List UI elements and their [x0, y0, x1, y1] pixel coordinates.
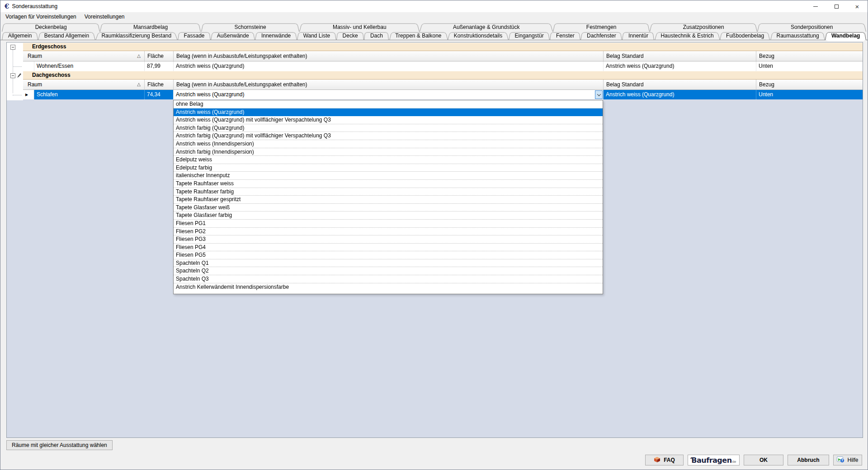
tab-konstruktionsdetails[interactable]: Konstruktionsdetails	[448, 32, 509, 40]
edit-pencil-icon	[17, 73, 21, 80]
cell-bezug[interactable]: Unten	[756, 61, 863, 71]
tab-dach[interactable]: Dach	[364, 32, 389, 40]
tab-mansardbelag[interactable]: Mansardbelag	[100, 23, 201, 32]
tab-dachfenster[interactable]: Dachfenster	[580, 32, 622, 40]
maximize-button[interactable]	[826, 0, 847, 12]
close-button[interactable]: ×	[847, 0, 868, 12]
tab-innentuer[interactable]: Innentür	[622, 32, 654, 40]
titlebar[interactable]: € Sonderausstattung ×	[0, 0, 868, 12]
baufragen-logo-button[interactable]: Ɓaufragen de	[688, 455, 740, 465]
tab-haustechnik-estrich[interactable]: Haustechnik & Estrich	[655, 32, 720, 40]
tab-decke[interactable]: Decke	[336, 32, 364, 40]
cancel-button[interactable]: Abbruch	[788, 455, 829, 465]
menu-voreinstellungen[interactable]: Voreinstellungen	[80, 13, 129, 21]
dropdown-option[interactable]: Edelputz farbig	[174, 164, 603, 172]
dropdown-option[interactable]: Anstrich Kellerwändemit Innendispersions…	[174, 283, 603, 291]
group-header[interactable]: Erdgeschoss	[23, 42, 863, 51]
cell-flaeche[interactable]: 74,34	[144, 90, 173, 99]
column-header-raum[interactable]: Raum△	[23, 51, 144, 61]
dropdown-option[interactable]: Tapete Glasfaser farbig	[174, 212, 603, 220]
column-header-belag-standard[interactable]: Belag Standard	[603, 80, 756, 89]
dropdown-option[interactable]: Anstrich farbig (Innendispersion)	[174, 148, 603, 156]
row-selector[interactable]	[23, 61, 34, 71]
dropdown-option[interactable]: Spachteln Q1	[174, 259, 603, 268]
dropdown-option[interactable]: Fliesen PG1	[174, 220, 603, 228]
column-header-belag-standard[interactable]: Belag Standard	[603, 51, 756, 61]
sort-asc-icon: △	[137, 80, 141, 89]
tab-innenwaende[interactable]: Innenwände	[255, 32, 297, 40]
dropdown-option[interactable]: Spachteln Q3	[174, 275, 603, 283]
cell-belag-editor[interactable]: Anstrich weiss (Quarzgrund)	[173, 90, 603, 99]
column-header-belag[interactable]: Belag (wenn in Ausbaustufe/Leistungspake…	[173, 51, 603, 61]
tab-sonderpositionen[interactable]: Sonderpositionen	[757, 23, 866, 32]
column-header-flaeche[interactable]: Fläche	[144, 51, 173, 61]
tab-deckenbelag[interactable]: Deckenbelag	[2, 23, 100, 32]
column-header-bezug[interactable]: Bezug	[756, 51, 863, 61]
combo-dropdown-button[interactable]	[595, 90, 603, 99]
cell-raum[interactable]: Schlafen	[34, 90, 144, 99]
dropdown-option[interactable]: Anstrich weiss (Quarzgrund) mit vollfläc…	[174, 116, 603, 124]
dropdown-option[interactable]: Tapete Rauhfaser gespritzt	[174, 196, 603, 204]
grid-sections: Erdgeschoss Raum△ Fläche Belag (wenn in …	[23, 42, 863, 99]
tab-fussbodenbelag[interactable]: Fußbodenbelag	[720, 32, 770, 40]
tab-aussenanlage-grundstueck[interactable]: Außenanlage & Grundstück	[420, 23, 553, 32]
tab-zusatzpositionen[interactable]: Zusatzpositionen	[650, 23, 757, 32]
tree-connector	[13, 95, 22, 95]
dropdown-option[interactable]: Tapete Glasfaser weiß	[174, 204, 603, 212]
column-header-row: Raum△ Fläche Belag (wenn in Ausbaustufe/…	[23, 80, 863, 90]
help-button[interactable]: ? Hilfe	[833, 455, 862, 465]
dropdown-option[interactable]: Anstrich farbig (Quarzgrund)	[174, 124, 603, 132]
column-header-belag[interactable]: Belag (wenn in Ausbaustufe/Leistungspake…	[173, 80, 603, 89]
tab-underline	[0, 40, 868, 40]
tab-bestand-allgemein[interactable]: Bestand Allgemein	[38, 32, 95, 40]
dropdown-option[interactable]: Fliesen PG3	[174, 235, 603, 244]
dropdown-option[interactable]: italienischer Innenputz	[174, 172, 603, 180]
column-header-bezug[interactable]: Bezug	[756, 80, 863, 89]
row-wohnen-essen[interactable]: Wohnen/Essen 87,99 Anstrich weiss (Quarz…	[23, 61, 863, 71]
dropdown-option[interactable]: Anstrich farbig (Quarzgrund) mit vollflä…	[174, 132, 603, 140]
menu-vorlagen[interactable]: Vorlagen für Voreinstellungen	[1, 13, 80, 21]
dropdown-option[interactable]: Tapete Rauhfaser farbig	[174, 188, 603, 196]
cell-bezug[interactable]: Unten	[756, 90, 863, 99]
tab-festmengen[interactable]: Festmengen	[553, 23, 650, 32]
minimize-icon	[813, 6, 818, 7]
dropdown-option[interactable]: Edelputz weiss	[174, 156, 603, 164]
dropdown-option[interactable]: Tapete Rauhfaser weiss	[174, 180, 603, 188]
ok-button[interactable]: OK	[744, 455, 783, 465]
dropdown-option[interactable]: Fliesen PG4	[174, 244, 603, 252]
cell-raum[interactable]: Wohnen/Essen	[34, 61, 144, 71]
cell-belag-standard[interactable]: Anstrich weiss (Quarzgrund)	[603, 90, 756, 99]
row-schlafen[interactable]: ▶ Schlafen 74,34 Anstrich weiss (Quarzgr…	[23, 90, 863, 99]
collapse-icon-dachgeschoss[interactable]	[10, 73, 15, 78]
group-header[interactable]: Dachgeschoss	[23, 71, 863, 80]
dropdown-option[interactable]: Spachteln Q2	[174, 267, 603, 275]
dropdown-option[interactable]: Anstrich weiss (Innendispersion)	[174, 140, 603, 148]
tab-massiv-und-kellerbau[interactable]: Massiv- und Kellerbau	[299, 23, 420, 32]
cell-flaeche[interactable]: 87,99	[144, 61, 173, 71]
dropdown-option[interactable]: Fliesen PG5	[174, 251, 603, 259]
tab-fassade[interactable]: Fassade	[178, 32, 211, 40]
cell-belag-standard[interactable]: Anstrich weiss (Quarzgrund)	[603, 61, 756, 71]
dropdown-option[interactable]: ohne Belag	[174, 100, 603, 108]
tab-raumausstattung[interactable]: Raumausstattung	[770, 32, 825, 40]
row-selector[interactable]: ▶	[23, 90, 34, 99]
tab-allgemein[interactable]: Allgemein	[2, 32, 38, 40]
select-same-rooms-button[interactable]: Räume mit gleicher Ausstattung wählen	[6, 440, 113, 450]
tab-wand-liste[interactable]: Wand Liste	[297, 32, 336, 40]
tab-raumklassifizierung-bestand[interactable]: Raumklassifizierung Bestand	[95, 32, 178, 40]
faq-button[interactable]: FAQ	[645, 455, 684, 465]
tab-wandbelag[interactable]: Wandbelag	[825, 32, 866, 40]
tab-fenster[interactable]: Fenster	[550, 32, 580, 40]
dropdown-option[interactable]: Fliesen PG2	[174, 228, 603, 236]
dropdown-option-selected[interactable]: Anstrich weiss (Quarzgrund)	[174, 108, 603, 117]
tab-treppen-balkone[interactable]: Treppen & Balkone	[389, 32, 448, 40]
tab-aussenwaende[interactable]: Außenwände	[211, 32, 255, 40]
tab-schornsteine[interactable]: Schornsteine	[201, 23, 299, 32]
column-header-flaeche[interactable]: Fläche	[144, 80, 173, 89]
minimize-button[interactable]	[805, 0, 826, 12]
collapse-icon-erdgeschoss[interactable]	[10, 45, 15, 50]
tab-eingangstuer[interactable]: Eingangstür	[509, 32, 550, 40]
footer-buttons: FAQ Ɓaufragen de OK Abbruch ? Hilfe	[645, 455, 862, 465]
cell-belag[interactable]: Anstrich weiss (Quarzgrund)	[173, 61, 603, 71]
column-header-raum[interactable]: Raum△	[23, 80, 144, 89]
